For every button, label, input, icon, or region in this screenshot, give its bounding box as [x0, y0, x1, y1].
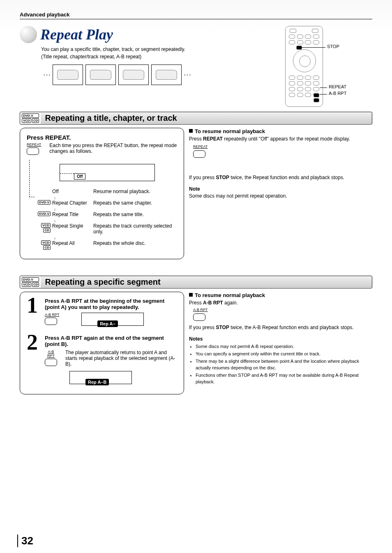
step2-body: The player automatically returns to poin…	[65, 350, 177, 367]
intro-text: You can play a specific title, chapter, …	[41, 46, 282, 60]
filmstrip-illustration: • • • • • •	[44, 65, 282, 85]
section2-panel: 1 Press A-B RPT at the beginning of the …	[20, 292, 184, 394]
arrow-down-icon: ↓	[54, 219, 177, 223]
intro-line2: (Title repeat, chapter/track repeat, A-B…	[41, 54, 141, 60]
arrow-down-icon: ↓	[54, 196, 177, 200]
car-icon	[57, 70, 78, 80]
frame-icon	[151, 65, 182, 85]
note-item: You can specify a segment only within th…	[196, 351, 372, 357]
notes-head: Notes	[189, 336, 372, 343]
press-repeat-head: Press REPEAT.	[27, 134, 177, 141]
mode-rt-desc: Repeats the same title.	[93, 212, 177, 217]
page-header: Advanced playback	[20, 12, 372, 18]
square-bullet-icon	[189, 129, 193, 133]
frame-icon	[85, 65, 116, 85]
remote-abrpt-icon	[314, 98, 319, 102]
osd-off-flag: Off	[74, 173, 85, 180]
tag-cd: CD	[32, 282, 39, 287]
tag-dvdv: DVD-V	[38, 200, 51, 205]
remote-repeat-label: REPEAT	[329, 84, 346, 89]
frame-icon	[118, 65, 149, 85]
remote-abrpt-label: A-B RPT	[329, 91, 346, 96]
callout-line-icon	[320, 94, 327, 94]
note-head: Note	[189, 186, 372, 193]
step1-text: Press A-B RPT at the beginning of the se…	[45, 298, 164, 310]
rep-a-chip: Rep A–	[97, 320, 118, 327]
mode-rs-desc: Repeats the track currently selected onl…	[93, 223, 177, 235]
mode-off-name: Off	[52, 189, 93, 194]
tag-vcd: VCD	[41, 240, 51, 245]
remote-stop-label: STOP	[327, 44, 339, 49]
resume-head2-text: To resume normal playback	[195, 292, 265, 298]
car-icon	[90, 70, 111, 80]
tag-dvdv: DVD-V	[22, 113, 39, 118]
note-body: Some discs may not permit repeat operati…	[189, 193, 372, 200]
remote-stop-icon	[296, 46, 302, 50]
step2-number: 2	[27, 335, 42, 384]
tag-dvdv: DVD-V	[22, 277, 39, 282]
mode-ra-desc: Repeats the whole disc.	[93, 240, 177, 246]
tag-dvdv: DVD-V	[38, 212, 51, 216]
repeat-key-icon: REPEAT	[27, 143, 41, 155]
resume-body: Press REPEAT repeatedly until "Off" appe…	[189, 136, 372, 143]
header-rule	[20, 19, 372, 19]
notes-list: Some discs may not permit A-B repeat ope…	[189, 343, 372, 385]
abrpt-key-label: A-B RPT	[45, 313, 60, 317]
stop-body: If you press STOP twice, the Repeat func…	[189, 174, 372, 181]
abrpt-key-label: A-B RPT	[193, 307, 208, 313]
remote-diagram: STOP REPEAT A-B RPT	[282, 26, 372, 107]
page-number: 32	[17, 535, 33, 547]
mode-off-desc: Resume normal playback.	[93, 189, 177, 194]
car-icon	[156, 70, 177, 80]
resume-head: To resume normal playback	[189, 128, 372, 136]
square-bullet-icon	[189, 293, 193, 297]
stop-body2: If you press STOP twice, the A-B Repeat …	[189, 324, 372, 331]
arrow-down-icon: ↓	[54, 236, 177, 240]
note-item: Functions other than STOP and A-B RPT ma…	[196, 372, 372, 385]
tag-vcd: VCD	[22, 118, 31, 123]
tag-vcd: VCD	[41, 223, 51, 228]
callout-line-icon	[320, 88, 327, 88]
abrpt-key-icon: A-B RPT	[45, 313, 60, 325]
section1-title: Repeating a title, chapter, or track	[41, 113, 372, 124]
intro-line1: You can play a specific title, chapter, …	[41, 46, 185, 52]
section2-heading: DVD-V VCD CD Repeating a specific segmen…	[20, 276, 372, 288]
osd-display-icon: Off	[60, 164, 155, 181]
step1-number: 1	[27, 298, 42, 326]
mode-rs-name: Repeat Single	[52, 223, 93, 229]
mode-rc-desc: Repeats the same chapter.	[93, 200, 177, 206]
remote-repeat-icon	[314, 93, 319, 97]
frame-icon	[53, 65, 83, 85]
arrow-down-icon: ↓	[54, 207, 177, 212]
remote-body-icon	[285, 26, 323, 107]
tag-cd: CD	[43, 228, 51, 233]
mode-ra-name: Repeat All	[52, 240, 93, 246]
resume-body2: Press A-B RPT again.	[189, 300, 372, 306]
mode-cycle-line-icon	[29, 160, 35, 197]
tag-vcd: VCD	[22, 282, 31, 287]
repeat-key-label: REPEAT	[193, 144, 208, 150]
abrpt-key-icon: A-B RPT	[45, 350, 57, 367]
osd-mini-icon: Rep A–B	[69, 371, 132, 384]
abrpt-key-icon: A-B RPT	[193, 307, 208, 321]
repeat-key-icon: REPEAT	[193, 144, 208, 158]
title-ornament-icon	[20, 26, 37, 43]
section1-panel: Press REPEAT. REPEAT Each time you press…	[20, 128, 184, 259]
resume-head-text: To resume normal playback	[195, 128, 265, 134]
repeat-key-label: REPEAT	[27, 143, 41, 147]
note-item: There may be a slight difference between…	[196, 358, 372, 371]
car-icon	[123, 70, 144, 80]
section1-heading: DVD-V VCD CD Repeating a title, chapter,…	[20, 112, 372, 124]
abrpt-key-label: A-B RPT	[45, 350, 57, 358]
tag-cd: CD	[43, 245, 51, 250]
dots-right-icon: • • •	[184, 73, 191, 77]
press-repeat-body: Each time you press the REPEAT button, t…	[49, 143, 177, 155]
callout-line-icon	[300, 47, 325, 48]
rep-ab-chip: Rep A–B	[85, 379, 109, 385]
step2-text: Press A-B RPT again at the end of the se…	[45, 335, 164, 347]
section2-title: Repeating a specific segment	[41, 276, 372, 288]
resume-head2: To resume normal playback	[189, 292, 372, 300]
osd-mini-icon: Rep A–	[81, 313, 144, 326]
tag-cd: CD	[32, 118, 39, 123]
page-title: Repeat Play	[40, 26, 113, 43]
